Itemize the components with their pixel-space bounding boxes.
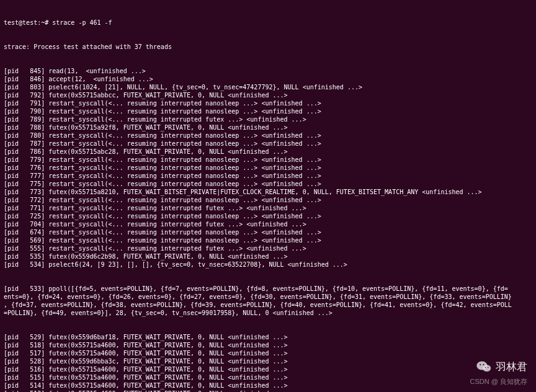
- strace-line: [pid 569] restart_syscall(<... resuming …: [4, 236, 532, 244]
- strace-line: [pid 674] restart_syscall(<... resuming …: [4, 228, 532, 236]
- csdn-watermark: CSDN @ 良知犹存: [470, 378, 527, 386]
- strace-line: =POLLIN}, {fd=49, events=0}], 28, {tv_se…: [4, 309, 532, 317]
- strace-line: [pid 725] restart_syscall(<... resuming …: [4, 212, 532, 220]
- strace-line: [pid 517] futex(0x55715a4600, FUTEX_WAIT…: [4, 349, 532, 357]
- strace-line: [pid 776] restart_syscall(<... resuming …: [4, 164, 532, 172]
- strace-line: [pid 790] restart_syscall(<... resuming …: [4, 107, 532, 115]
- watermark: 羽林君: [476, 360, 527, 373]
- strace-line: [pid 787] restart_syscall(<... resuming …: [4, 140, 532, 148]
- strace-line: , {fd=37, events=POLLIN}, {fd=38, events…: [4, 301, 532, 309]
- strace-line: [pid 789] restart_syscall(<... resuming …: [4, 115, 532, 123]
- strace-line: [pid 845] read(13, <unfinished ...>: [4, 67, 532, 75]
- strace-line: [pid 779] restart_syscall(<... resuming …: [4, 156, 532, 164]
- watermark-text: 羽林君: [496, 363, 527, 371]
- strace-line: [pid 518] futex(0x55715a4600, FUTEX_WAIT…: [4, 341, 532, 349]
- strace-line: [pid 786] futex(0x55715abc28, FUTEX_WAIT…: [4, 148, 532, 156]
- svg-point-4: [485, 367, 486, 368]
- strace-line: [pid 528] futex(0x559d6bba3c, FUTEX_WAIT…: [4, 357, 532, 365]
- strace-line: [pid 792] futex(0x55715abbcc, FUTEX_WAIT…: [4, 91, 532, 99]
- strace-line: [pid 771] restart_syscall(<... resuming …: [4, 204, 532, 212]
- svg-point-2: [480, 364, 481, 365]
- strace-line: [pid 791] restart_syscall(<... resuming …: [4, 99, 532, 107]
- strace-line: [pid 516] futex(0x55715a4600, FUTEX_WAIT…: [4, 365, 532, 373]
- strace-line: [pid 535] futex(0x559d6c2b98, FUTEX_WAIT…: [4, 252, 532, 261]
- strace-line: [pid 534] pselect6(24, [9 23], [], [], {…: [4, 261, 532, 269]
- strace-line: [pid 780] restart_syscall(<... resuming …: [4, 131, 532, 140]
- svg-point-5: [488, 367, 489, 368]
- strace-line: [pid 846] accept(12, <unfinished ...>: [4, 75, 532, 83]
- strace-line: [pid 533] ppoll([{fd=5, events=POLLIN}, …: [4, 285, 532, 293]
- strace-line: [pid 775] restart_syscall(<... resuming …: [4, 180, 532, 188]
- strace-line: [pid 513] futex(0x55715a4600, FUTEX_WAIT…: [4, 390, 532, 392]
- strace-line: [pid 772] restart_syscall(<... resuming …: [4, 196, 532, 204]
- strace-line: [pid 555] restart_syscall(<... resuming …: [4, 244, 532, 252]
- strace-line: [pid 515] futex(0x55715a4600, FUTEX_WAIT…: [4, 373, 532, 381]
- strace-line: [pid 773] futex(0x55715a8210, FUTEX_WAIT…: [4, 188, 532, 196]
- attach-message: strace: Process test attached with 37 th…: [4, 43, 532, 51]
- strace-line: [pid 704] restart_syscall(<... resuming …: [4, 220, 532, 228]
- strace-line: [pid 788] futex(0x55715a92f8, FUTEX_WAIT…: [4, 123, 532, 131]
- terminal-output: test@test:~# strace -p 461 -f strace: Pr…: [0, 0, 536, 392]
- wechat-icon: [476, 360, 492, 373]
- strace-line: [pid 777] restart_syscall(<... resuming …: [4, 172, 532, 180]
- strace-line: ents=0}, {fd=24, events=0}, {fd=26, even…: [4, 293, 532, 301]
- shell-prompt: test@test:~# strace -p 461 -f: [4, 19, 532, 27]
- svg-point-3: [483, 364, 484, 365]
- svg-point-1: [483, 365, 491, 372]
- strace-line: [pid 514] futex(0x55715a4600, FUTEX_WAIT…: [4, 381, 532, 390]
- strace-line: [pid 803] pselect6(1024, [21], NULL, NUL…: [4, 83, 532, 91]
- strace-line: [pid 529] futex(0x559d6baf18, FUTEX_WAIT…: [4, 333, 532, 341]
